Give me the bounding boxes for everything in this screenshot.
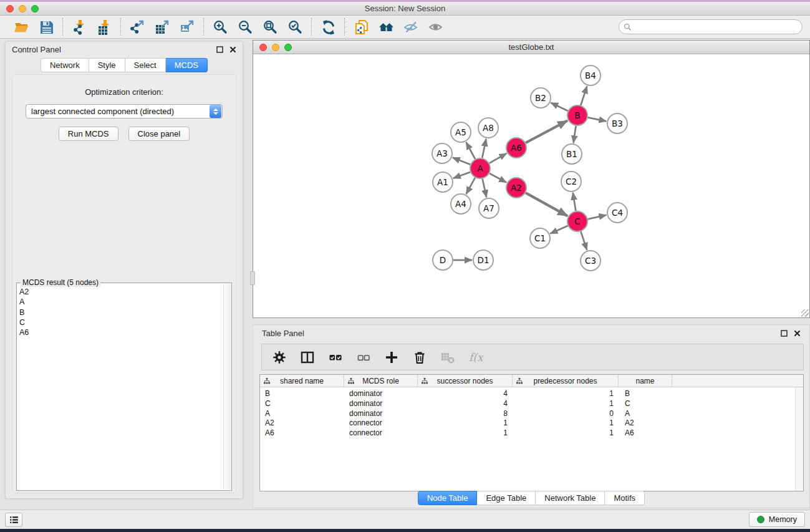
table-cell[interactable]: A6 [619, 428, 672, 438]
show-task-history-button[interactable] [5, 513, 22, 527]
network-canvas[interactable]: B4B2BB3B1A5A8A6A3AA1A2C2A4A7C4CC1C3DD1 [253, 54, 809, 317]
tab-network[interactable]: Network [41, 58, 89, 72]
float-table-panel-icon[interactable] [781, 330, 788, 337]
graph-node-A2[interactable]: A2 [506, 178, 526, 198]
float-panel-icon[interactable] [216, 46, 223, 53]
table-cell[interactable]: A2 [260, 418, 344, 428]
table-cell[interactable]: A [619, 409, 672, 419]
export-table-button[interactable] [152, 17, 173, 36]
graph-node-D1[interactable]: D1 [473, 250, 493, 270]
search-input[interactable] [619, 19, 803, 34]
table-row[interactable]: A2connector11A2 [260, 418, 803, 428]
tab-mcds[interactable]: MCDS [166, 58, 208, 72]
column-header-shared-name[interactable]: shared name [260, 375, 344, 387]
table-cell[interactable]: C [619, 399, 672, 409]
window-resize-grip[interactable] [801, 309, 809, 317]
table-cell[interactable]: dominator [344, 409, 418, 419]
graph-node-B4[interactable]: B4 [581, 65, 600, 85]
graph-node-A8[interactable]: A8 [478, 118, 498, 138]
graph-node-A6[interactable]: A6 [506, 138, 526, 158]
mcds-result-item[interactable]: A [19, 297, 223, 307]
table-scrollbar[interactable] [795, 387, 803, 491]
graph-edge-A2-C[interactable] [526, 193, 567, 216]
minimize-window-icon[interactable] [19, 5, 26, 12]
table-cell[interactable]: B [619, 389, 672, 399]
table-cell[interactable]: 0 [513, 409, 619, 419]
mcds-result-item[interactable]: A2 [19, 287, 223, 297]
graph-edge-B-B3[interactable] [588, 117, 607, 121]
network-minimize-icon[interactable] [272, 44, 279, 51]
graph-edge-A-A1[interactable] [453, 172, 470, 178]
table-cell[interactable]: 1 [513, 418, 619, 428]
graph-node-C1[interactable]: C1 [530, 228, 550, 248]
close-panel-button[interactable]: Close panel [128, 127, 190, 141]
memory-button[interactable]: Memory [749, 512, 805, 527]
graph-node-B[interactable]: B [567, 105, 587, 125]
graph-node-C3[interactable]: C3 [581, 251, 600, 271]
optimization-dropdown[interactable]: largest connected component (directed) [26, 104, 223, 118]
table-cell[interactable]: A2 [619, 418, 672, 428]
table-cell[interactable]: A6 [260, 428, 344, 438]
table-tab-node-table[interactable]: Node Table [418, 491, 478, 505]
export-image-button[interactable] [176, 17, 198, 36]
add-column-button[interactable] [382, 348, 401, 367]
zoom-fit-button[interactable] [259, 17, 281, 36]
network-zoom-icon[interactable] [284, 44, 292, 51]
table-cell[interactable]: connector [344, 428, 418, 438]
zoom-window-icon[interactable] [31, 5, 39, 12]
duplicate-network-button[interactable] [350, 17, 372, 36]
graph-node-C4[interactable]: C4 [607, 203, 627, 223]
graph-node-A[interactable]: A [470, 158, 490, 178]
show-all-button[interactable] [425, 17, 446, 36]
table-tab-edge-table[interactable]: Edge Table [477, 491, 536, 505]
graph-edge-B-B1[interactable] [574, 126, 576, 143]
column-header-MCDS-role[interactable]: MCDS role [344, 375, 418, 387]
table-row[interactable]: Cdominator41C [260, 399, 803, 409]
run-mcds-button[interactable]: Run MCDS [59, 127, 118, 141]
mcds-result-list[interactable]: A2ABCA6 [19, 287, 223, 489]
table-cell[interactable]: 1 [513, 389, 619, 399]
graph-node-D[interactable]: D [433, 250, 453, 270]
table-row[interactable]: Adominator80A [260, 409, 803, 419]
graph-edge-C-C3[interactable] [581, 231, 587, 250]
graph-node-A1[interactable]: A1 [433, 172, 453, 192]
graph-node-C2[interactable]: C2 [561, 172, 581, 191]
table-row[interactable]: A6connector11A6 [260, 428, 803, 438]
table-cell[interactable]: dominator [344, 389, 418, 399]
table-tab-network-table[interactable]: Network Table [536, 491, 605, 505]
table-cell[interactable]: A [260, 409, 344, 419]
graph-edge-B-B4[interactable] [581, 86, 587, 105]
close-table-panel-icon[interactable] [794, 330, 801, 337]
column-header-name[interactable]: name [619, 375, 672, 387]
graph-edge-C-C2[interactable] [573, 193, 576, 211]
column-header-predecessor-nodes[interactable]: predecessor nodes [513, 375, 619, 387]
save-session-button[interactable] [36, 17, 57, 36]
close-panel-icon[interactable] [229, 46, 236, 53]
graph-node-C[interactable]: C [567, 211, 587, 231]
table-cell[interactable]: 1 [418, 428, 513, 438]
table-cell[interactable]: 1 [418, 418, 513, 428]
first-neighbors-button[interactable] [375, 17, 397, 36]
graph-edge-A-A7[interactable] [483, 179, 487, 198]
zoom-selected-button[interactable] [284, 17, 306, 36]
open-session-button[interactable] [11, 17, 32, 36]
graph-node-A5[interactable]: A5 [451, 122, 471, 142]
zoom-in-button[interactable] [210, 17, 231, 36]
graph-edge-B-B2[interactable] [551, 103, 567, 111]
graph-node-B1[interactable]: B1 [562, 144, 582, 164]
graph-node-B2[interactable]: B2 [531, 88, 551, 108]
split-columns-button[interactable] [298, 348, 317, 367]
mcds-result-item[interactable]: C [19, 317, 223, 327]
tab-select[interactable]: Select [125, 58, 166, 72]
close-window-icon[interactable] [6, 5, 14, 12]
table-row[interactable]: Bdominator41B [260, 389, 803, 399]
mcds-result-item[interactable]: B [19, 307, 223, 317]
graph-edge-A-A5[interactable] [466, 142, 476, 159]
table-cell[interactable]: 1 [513, 428, 619, 438]
export-network-button[interactable] [127, 17, 148, 36]
mcds-result-item[interactable]: A6 [19, 327, 223, 337]
hide-selected-button[interactable] [400, 17, 422, 36]
select-all-button[interactable] [326, 348, 345, 367]
table-cell[interactable]: 8 [418, 409, 513, 419]
graph-node-A7[interactable]: A7 [479, 198, 499, 218]
